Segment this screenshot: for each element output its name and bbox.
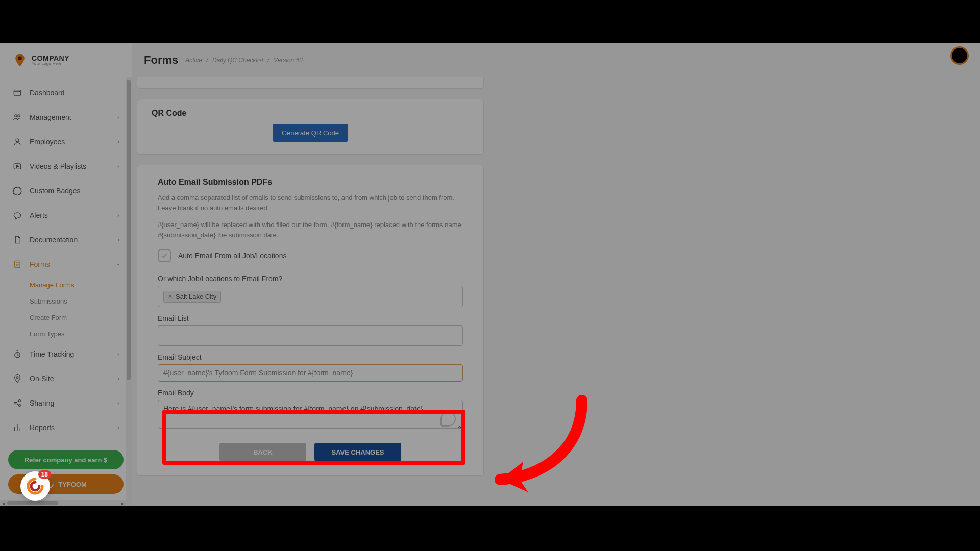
sidebar-item-label: Videos & Playlists — [30, 162, 117, 170]
sidebar-item-videos[interactable]: Videos & Playlists › — [0, 154, 132, 179]
letterbox-top — [0, 0, 980, 43]
email-subject-input[interactable] — [158, 364, 463, 382]
sidebar-item-management[interactable]: Management › — [0, 105, 132, 130]
intercom-launcher[interactable]: 18 — [20, 471, 50, 501]
back-button[interactable]: BACK — [219, 443, 306, 461]
bar-chart-icon — [12, 422, 22, 433]
share-icon — [12, 398, 22, 408]
users-icon — [12, 112, 22, 122]
user-icon — [12, 137, 22, 147]
sidebar-item-label: Documentation — [30, 236, 117, 244]
sidebar-item-label: Custom Badges — [30, 187, 119, 195]
sidebar-scrollbar[interactable] — [126, 77, 132, 506]
sidebar-item-alerts[interactable]: Alerts › — [0, 203, 132, 228]
auto-email-desc1: Add a comma separated list of emails to … — [158, 193, 463, 213]
badge-icon — [12, 186, 22, 196]
play-icon — [12, 161, 22, 171]
button-row: BACK SAVE CHANGES — [158, 443, 463, 461]
chevron-right-icon: › — [117, 236, 119, 243]
auto-email-desc2: #{user_name} will be replaced with who f… — [158, 220, 463, 240]
generate-qr-button[interactable]: Generate QR Code — [273, 124, 348, 142]
intercom-icon — [26, 477, 44, 495]
scroll-right-icon[interactable]: ▸ — [119, 500, 126, 506]
form-icon — [12, 259, 22, 269]
chevron-right-icon: › — [117, 350, 119, 358]
h-scroll-thumb[interactable] — [7, 501, 58, 505]
svg-point-2 — [15, 115, 17, 117]
auto-email-all-row: Auto Email From all Job/Locations — [158, 249, 463, 262]
sidebar-item-time-tracking[interactable]: Time Tracking › — [0, 342, 132, 366]
chevron-right-icon: › — [117, 375, 119, 382]
sidebar-h-scrollbar[interactable]: ◂ ▸ — [0, 500, 126, 506]
email-body-label: Email Body — [158, 389, 463, 397]
sidebar-item-label: Time Tracking — [30, 350, 117, 358]
breadcrumb-item[interactable]: Version #3 — [274, 57, 303, 64]
save-changes-button[interactable]: SAVE CHANGES — [314, 443, 401, 461]
sidebar-item-label: Forms — [30, 260, 117, 268]
email-subject-label: Email Subject — [158, 353, 463, 361]
sidebar-item-label: Sharing — [30, 399, 117, 407]
scroll-left-icon[interactable]: ◂ — [0, 500, 6, 506]
svg-point-8 — [16, 377, 18, 379]
chevron-right-icon: › — [117, 163, 119, 170]
page-title: Forms — [144, 54, 178, 67]
auto-email-all-checkbox[interactable] — [158, 249, 171, 262]
auto-email-card: Auto Email Submission PDFs Add a comma s… — [137, 165, 484, 476]
sidebar-item-label: Management — [30, 113, 117, 121]
qr-card: QR Code Generate QR Code — [137, 99, 484, 155]
sidebar-item-label: Employees — [30, 138, 117, 146]
location-icon — [12, 373, 22, 384]
chevron-right-icon: › — [117, 114, 119, 121]
card-stub — [137, 77, 484, 89]
sidebar-item-documentation[interactable]: Documentation › — [0, 228, 132, 252]
sidebar-item-forms[interactable]: Forms › — [0, 252, 132, 277]
sidebar-item-employees[interactable]: Employees › — [0, 130, 132, 154]
sidebar-sub-submissions[interactable]: Submissions — [30, 293, 132, 309]
svg-point-0 — [18, 56, 22, 60]
sidebar-item-dashboard[interactable]: Dashboard — [0, 81, 132, 105]
email-body-input[interactable] — [158, 400, 463, 429]
chevron-right-icon: › — [117, 138, 119, 145]
locations-input[interactable]: ✕ Salt Lake City — [158, 286, 463, 307]
chat-bubble-icon[interactable] — [440, 411, 456, 427]
email-list-input[interactable] — [158, 325, 463, 346]
chevron-right-icon: › — [117, 424, 119, 431]
locations-label: Or which Job/Locations to Email From? — [158, 274, 463, 283]
sidebar-sub-manage-forms[interactable]: Manage Forms — [30, 277, 132, 293]
breadcrumb-item[interactable]: Active — [185, 57, 202, 64]
logo-subtext: Your Logo Here — [32, 62, 69, 66]
document-icon — [12, 235, 22, 245]
refer-label: Refer company and earn $ — [24, 456, 108, 464]
breadcrumb-sep: / — [206, 57, 208, 64]
sidebar-item-badges[interactable]: Custom Badges — [0, 179, 132, 203]
sidebar-item-label: Reports — [30, 423, 117, 432]
chat-icon — [12, 210, 22, 220]
app-window: COMPANY Your Logo Here Dashboard Managem… — [0, 43, 980, 506]
main-area: Forms Active / Daily QC Checklist / Vers… — [132, 43, 980, 506]
breadcrumb-item[interactable]: Daily QC Checklist — [212, 57, 263, 64]
scrollbar-thumb[interactable] — [127, 80, 131, 380]
location-tag-label: Salt Lake City — [176, 293, 216, 300]
location-tag: ✕ Salt Lake City — [163, 291, 221, 303]
tyfoom-label: TYFOOM — [58, 481, 87, 488]
forms-submenu: Manage Forms Submissions Create Form For… — [0, 277, 132, 342]
check-icon — [160, 252, 168, 260]
sidebar: COMPANY Your Logo Here Dashboard Managem… — [0, 43, 132, 506]
refer-button[interactable]: Refer company and earn $ — [8, 450, 124, 469]
content: QR Code Generate QR Code Auto Email Subm… — [132, 77, 980, 506]
chevron-right-icon: › — [117, 399, 119, 407]
sidebar-sub-form-types[interactable]: Form Types — [30, 325, 132, 342]
sidebar-item-sharing[interactable]: Sharing › — [0, 391, 132, 415]
remove-tag-icon[interactable]: ✕ — [168, 293, 173, 300]
sidebar-item-reports[interactable]: Reports › — [0, 415, 132, 440]
sidebar-item-onsite[interactable]: On-Site › — [0, 366, 132, 391]
breadcrumb-sep: / — [267, 57, 269, 64]
sidebar-sub-create-form[interactable]: Create Form — [30, 309, 132, 325]
sidebar-item-label: On-Site — [30, 374, 117, 383]
dashboard-icon — [12, 88, 22, 98]
chevron-down-icon: › — [115, 263, 122, 265]
svg-point-3 — [18, 115, 20, 117]
logo-icon — [12, 53, 28, 68]
svg-point-4 — [16, 139, 19, 142]
avatar[interactable] — [950, 46, 969, 65]
